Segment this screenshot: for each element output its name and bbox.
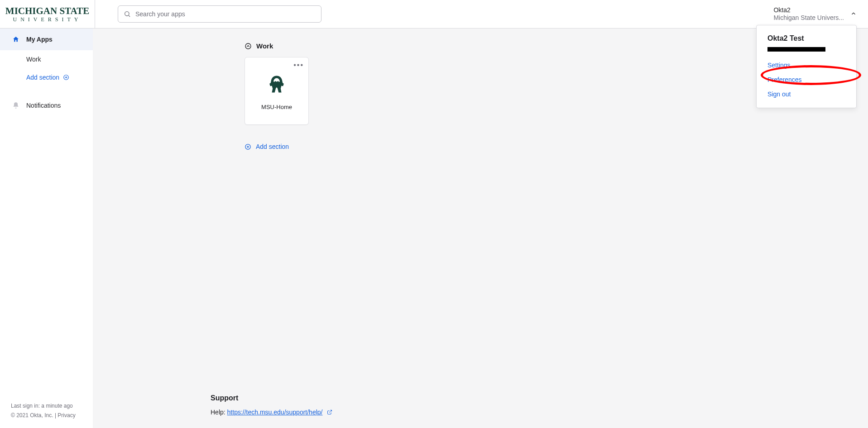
- header-bar: MICHIGAN STATE UNIVERSITY Okta2 Michigan…: [0, 0, 868, 29]
- logo-line2: UNIVERSITY: [5, 17, 89, 22]
- search-icon: [124, 10, 131, 18]
- sidebar-item-label: Work: [26, 56, 41, 63]
- sidebar-item-label: My Apps: [26, 36, 53, 43]
- plus-circle-icon: [245, 143, 251, 150]
- sidebar-item-label: Notifications: [26, 102, 61, 109]
- home-icon: [12, 36, 20, 43]
- dropdown-signout-link[interactable]: Sign out: [767, 90, 845, 98]
- dropdown-title: Okta2 Test: [767, 34, 845, 43]
- dropdown-redacted-email: [767, 47, 825, 52]
- app-card-label: MSU-Home: [261, 104, 292, 110]
- user-dropdown: Okta2 Test Settings Preferences Sign out: [756, 25, 857, 108]
- bell-icon: [12, 102, 20, 109]
- svg-point-5: [245, 43, 251, 49]
- spartan-helmet-icon: [267, 74, 287, 95]
- footer-sep: |: [53, 412, 58, 418]
- sidebar-footer: Last sign in: a minute ago © 2021 Okta, …: [0, 401, 93, 428]
- logo-line1: MICHIGAN STATE: [5, 6, 89, 16]
- brand-logo[interactable]: MICHIGAN STATE UNIVERSITY: [0, 0, 95, 28]
- user-line1: Okta2: [773, 6, 844, 14]
- search-box[interactable]: [118, 5, 321, 23]
- sidebar-item-label: Add section: [26, 74, 59, 81]
- dropdown-preferences-link[interactable]: Preferences: [767, 76, 845, 83]
- sidebar-item-notifications[interactable]: Notifications: [0, 95, 93, 116]
- support-footer: Support Help: https://tech.msu.edu/suppo…: [211, 394, 332, 416]
- add-section-button[interactable]: Add section: [93, 143, 868, 150]
- sidebar-add-section[interactable]: Add section: [0, 68, 93, 86]
- main-columns: My Apps Work Add section Notifications L…: [0, 29, 868, 428]
- chevron-up-icon: [850, 10, 857, 18]
- svg-line-1: [129, 15, 130, 17]
- sidebar-nav: My Apps Work Add section Notifications: [0, 29, 93, 116]
- plus-circle-icon: [63, 74, 69, 81]
- sidebar-item-work[interactable]: Work: [0, 50, 93, 68]
- support-heading: Support: [211, 394, 332, 402]
- section-title: Work: [256, 42, 273, 50]
- external-link-icon: [327, 409, 332, 416]
- sidebar: My Apps Work Add section Notifications L…: [0, 29, 93, 428]
- app-card-more-icon[interactable]: •••: [293, 61, 304, 69]
- support-link[interactable]: https://tech.msu.edu/support/help/: [227, 409, 323, 416]
- dropdown-settings-link[interactable]: Settings: [767, 62, 845, 69]
- svg-point-0: [125, 12, 129, 16]
- copyright-text: © 2021 Okta, Inc.: [11, 412, 53, 418]
- app-card-msu-home[interactable]: ••• MSU-Home: [245, 57, 309, 125]
- search-input[interactable]: [135, 10, 316, 18]
- add-section-label: Add section: [256, 143, 289, 150]
- sidebar-item-my-apps[interactable]: My Apps: [0, 29, 93, 50]
- user-menu-toggle[interactable]: Okta2 Michigan State Univers...: [773, 6, 857, 22]
- chevron-circle-up-icon: [245, 43, 252, 50]
- svg-line-9: [329, 410, 332, 413]
- support-label: Help:: [211, 409, 227, 416]
- privacy-link[interactable]: Privacy: [58, 412, 75, 418]
- main-area: Work ••• MSU-Home Add section Support: [93, 29, 868, 428]
- last-signin-text: Last sign in: a minute ago: [11, 401, 93, 410]
- section-work: Work ••• MSU-Home: [93, 29, 868, 125]
- user-line2: Michigan State Univers...: [773, 14, 844, 22]
